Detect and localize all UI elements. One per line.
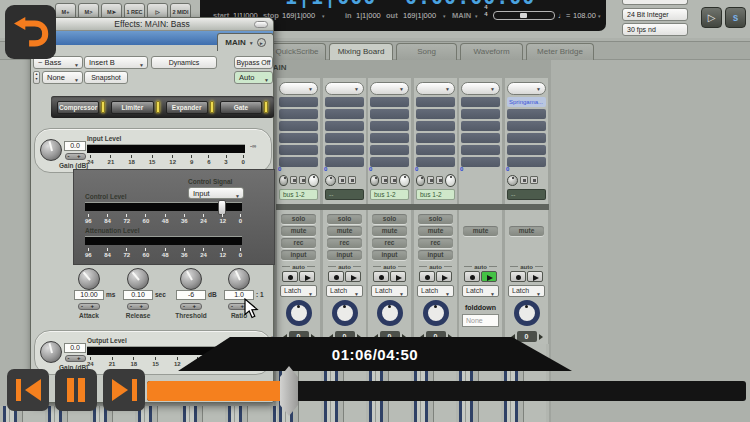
channel-config-dropdown[interactable] [416,82,455,95]
volume-knob[interactable] [332,300,358,326]
insert-slot[interactable] [416,133,455,143]
pan-knob[interactable] [507,175,518,186]
input-button[interactable]: input [418,250,453,260]
output-assignment[interactable]: bus 1-2 [370,189,409,200]
mini-button[interactable] [299,176,306,184]
ratio-knob[interactable] [228,268,250,290]
mini-button[interactable] [436,176,443,184]
pause-button[interactable] [55,369,97,411]
samplerate-dropdown-partial[interactable] [622,0,688,5]
auto-record-button[interactable] [464,271,480,282]
pan-knob[interactable] [325,175,336,186]
output-gain-value[interactable]: 0.0 [64,343,86,353]
mute-button[interactable]: mute [509,226,544,236]
main-output-select[interactable]: MAIN [452,9,471,23]
rec-button[interactable]: rec [372,238,407,248]
mini-button[interactable] [381,176,388,184]
mini-button[interactable] [290,176,297,184]
auto-record-button[interactable] [282,271,298,282]
channel-config-dropdown[interactable] [507,82,546,95]
stepper-right-icon[interactable] [539,334,543,340]
preset-stepper[interactable]: ▲▼ [33,71,40,84]
insert-slot[interactable] [370,157,409,167]
rec-button[interactable]: rec [327,238,362,248]
insert-slot[interactable] [507,145,546,155]
trim-knob[interactable] [445,174,456,187]
out-value[interactable]: 169|1|000 [403,9,436,23]
mute-button[interactable]: mute [463,226,498,236]
pan-knob[interactable] [370,175,379,186]
bitdepth-dropdown[interactable]: 24 Bit Integer [622,8,688,21]
output-assignment[interactable]: bus 1-2 [279,189,318,200]
framerate-dropdown[interactable]: 30 fps nd [622,23,688,36]
insert-slot[interactable] [325,133,364,143]
mute-button[interactable]: mute [372,226,407,236]
insert-slot[interactable] [325,97,364,107]
insert-slot[interactable] [461,109,500,119]
main-caret-icon[interactable]: ▾ [475,9,478,23]
limiter-button[interactable]: Limiter [111,101,153,114]
input-gain-value[interactable]: 0.0 [64,141,86,151]
mini-button[interactable] [427,176,434,184]
channel-config-dropdown[interactable] [279,82,318,95]
auto-play-button-active[interactable] [481,271,497,282]
trim-knob[interactable] [399,174,410,187]
auto-record-button[interactable] [419,271,435,282]
transport-slider[interactable] [493,11,555,20]
insert-slot[interactable] [370,109,409,119]
solo-button[interactable]: solo [372,214,407,224]
insert-slot[interactable] [370,133,409,143]
skip-forward-button[interactable] [103,369,145,411]
release-stepper[interactable]: - + [127,303,149,310]
threshold-stepper[interactable]: - + [180,303,202,310]
insert-slot[interactable] [325,145,364,155]
expander-button[interactable]: Expander [166,101,208,114]
compressor-button[interactable]: Compressor [57,101,99,114]
automation-mode-dropdown[interactable]: Latch [371,285,408,297]
volume-knob[interactable] [514,300,540,326]
auto-play-button[interactable] [436,271,452,282]
auto-play-button[interactable] [390,271,406,282]
insert-slot[interactable] [507,109,546,119]
rec-button[interactable]: rec [418,238,453,248]
tempo-value[interactable]: 108.00 [573,9,596,23]
tempo-caret-icon[interactable]: ▾ [598,9,601,23]
input-gain-knob[interactable] [40,139,62,161]
volume-knob[interactable] [286,300,312,326]
insert-slot[interactable] [461,97,500,107]
attack-stepper[interactable]: - + [78,303,100,310]
insert-slot[interactable] [279,97,318,107]
solo-button[interactable]: solo [327,214,362,224]
attack-knob[interactable] [78,268,100,290]
target-bus-tab[interactable]: MAIN▼ ▸ [217,33,274,51]
input-button[interactable]: input [281,250,316,260]
window-title[interactable]: Effects: MAIN: Bass [31,18,273,31]
auto-play-button[interactable] [527,271,543,282]
insert-slot[interactable] [507,157,546,167]
input-gain-stepper[interactable]: - + [65,153,86,160]
tab-meter-bridge[interactable]: Meter Bridge [526,43,594,60]
gate-button[interactable]: Gate [220,101,262,114]
insert-slot-plugin[interactable]: Springama... [507,97,546,107]
tab-waveform[interactable]: Waveform [460,43,523,60]
auto-play-button[interactable] [345,271,361,282]
close-icon[interactable] [254,21,268,28]
release-value[interactable]: 0.10 [123,290,153,300]
control-signal-dropdown[interactable]: Input [188,187,244,199]
automation-mode-dropdown[interactable]: Latch [417,285,454,297]
output-gain-stepper[interactable]: - + [65,355,86,362]
channel-config-dropdown[interactable] [370,82,409,95]
skip-back-button[interactable] [7,369,49,411]
mini-button[interactable] [338,176,346,184]
release-knob[interactable] [127,268,149,290]
insert-slot[interactable] [416,121,455,131]
rec-button[interactable]: rec [281,238,316,248]
mini-button[interactable] [390,176,397,184]
volume-knob[interactable] [423,300,449,326]
automation-mode-dropdown[interactable]: Latch [508,285,545,297]
mini-button[interactable] [520,176,528,184]
auto-record-button[interactable] [510,271,526,282]
channel-config-dropdown[interactable] [325,82,364,95]
preset-dropdown[interactable]: None [42,71,83,84]
attack-value[interactable]: 10.00 [74,290,104,300]
